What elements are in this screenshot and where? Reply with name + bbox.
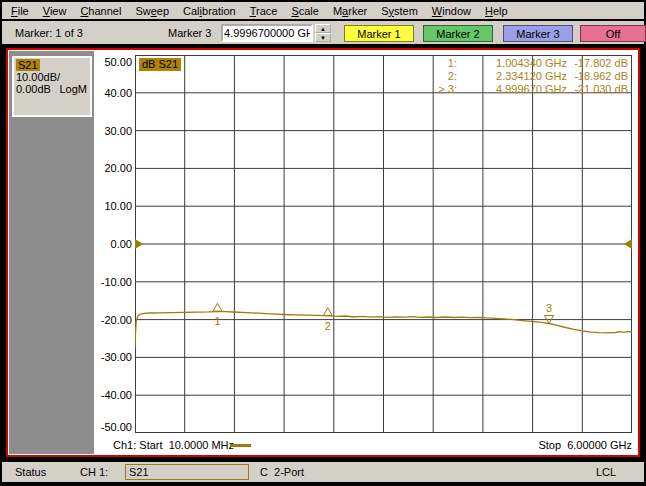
trace-title-chip: dB S21	[139, 58, 181, 71]
menu-scale[interactable]: Scale	[284, 4, 326, 18]
channel-label: CH 1:	[80, 466, 108, 478]
menu-bar: File View Channel Sweep Calibration Trac…	[2, 2, 644, 19]
menu-window[interactable]: Window	[425, 4, 478, 18]
active-trace-box[interactable]: S21	[125, 464, 249, 480]
menu-view[interactable]: View	[36, 4, 74, 18]
marker-field-label: Marker 3	[168, 27, 211, 39]
menu-sweep[interactable]: Sweep	[128, 4, 176, 18]
marker-readout: 1: 1.004340 GHz -17.802 dB 2: 2.334120 G…	[380, 57, 628, 96]
marker-readout-row: > 3: 4.999670 GHz -21.030 dB	[380, 83, 628, 96]
cal-status-label: C 2-Port	[260, 466, 304, 478]
trace-color-legend-icon	[230, 444, 251, 447]
spinner-down-button[interactable]: ▼	[315, 33, 331, 42]
marker-freq: 2.334120 GHz	[457, 70, 567, 83]
marker-id: > 3:	[380, 83, 457, 96]
menu-file[interactable]: File	[4, 4, 36, 18]
marker-value: -18.962 dB	[567, 70, 628, 83]
frequency-spinner: ▲ ▼	[315, 24, 331, 42]
sweep-stop-label: Stop 6.00000 GHz	[500, 439, 632, 451]
menu-help[interactable]: Help	[478, 4, 515, 18]
menu-system[interactable]: System	[374, 4, 425, 18]
y-axis-label: 30.00	[94, 125, 132, 137]
marker-toolbar: Marker: 1 of 3 Marker 3 ▲ ▼ Marker 1 Mar…	[2, 21, 644, 44]
y-axis-label: 10.00	[94, 200, 132, 212]
y-axis-label: -50.00	[94, 421, 132, 433]
marker-3-button[interactable]: Marker 3	[503, 25, 573, 42]
y-axis-label: -10.00	[94, 276, 132, 288]
marker-readout-row: 2: 2.334120 GHz -18.962 dB	[380, 70, 628, 83]
marker-id: 2:	[380, 70, 457, 83]
marker-value: -17.802 dB	[567, 57, 628, 70]
trace-sidebar: S21 10.00dB/ 0.00dB LogM	[9, 51, 94, 454]
marker-freq: 4.999670 GHz	[457, 83, 567, 96]
trace-format-label: LogM	[59, 83, 87, 95]
lcl-mode-label: LCL	[596, 466, 616, 478]
status-bar: Status CH 1: S21 C 2-Port LCL	[2, 462, 644, 482]
y-axis-label: -30.00	[94, 351, 132, 363]
y-axis-label: -40.00	[94, 389, 132, 401]
marker-2-button[interactable]: Marker 2	[423, 25, 493, 42]
y-axis-label: 0.00	[94, 238, 132, 250]
trace-info-box: S21 10.00dB/ 0.00dB LogM	[12, 56, 92, 117]
svg-text:3: 3	[546, 302, 552, 314]
marker-freq: 1.004340 GHz	[457, 57, 567, 70]
plot-grid[interactable]: 123	[135, 55, 632, 433]
marker-off-button[interactable]: Off	[580, 25, 646, 42]
y-axis-label: -20.00	[94, 314, 132, 326]
marker-readout-row: 1: 1.004340 GHz -17.802 dB	[380, 57, 628, 70]
marker-count-label: Marker: 1 of 3	[15, 27, 83, 39]
y-axis-label: 40.00	[94, 87, 132, 99]
sweep-start-label: Ch1: Start 10.0000 MHz	[113, 439, 234, 451]
menu-marker[interactable]: Marker	[326, 4, 374, 18]
s21-trace-chart: 123	[135, 55, 632, 433]
marker-frequency-input[interactable]	[221, 24, 313, 42]
svg-text:2: 2	[325, 320, 331, 332]
marker-value: -21.030 dB	[567, 83, 628, 96]
vna-application-window: File View Channel Sweep Calibration Trac…	[0, 0, 646, 486]
menu-trace[interactable]: Trace	[243, 4, 285, 18]
spinner-up-button[interactable]: ▲	[315, 24, 331, 33]
trace-ref-label: 0.00dB	[16, 83, 51, 95]
trace-scale-label: 10.00dB/	[16, 71, 88, 83]
y-axis-label: 50.00	[94, 56, 132, 68]
menu-calibration[interactable]: Calibration	[176, 4, 243, 18]
marker-1-button[interactable]: Marker 1	[344, 25, 414, 42]
trace-name-chip[interactable]: S21	[16, 59, 40, 71]
menu-channel[interactable]: Channel	[73, 4, 128, 18]
y-axis-label: 20.00	[94, 162, 132, 174]
status-label: Status	[15, 466, 46, 478]
marker-id: 1:	[380, 57, 457, 70]
svg-text:1: 1	[214, 315, 220, 327]
